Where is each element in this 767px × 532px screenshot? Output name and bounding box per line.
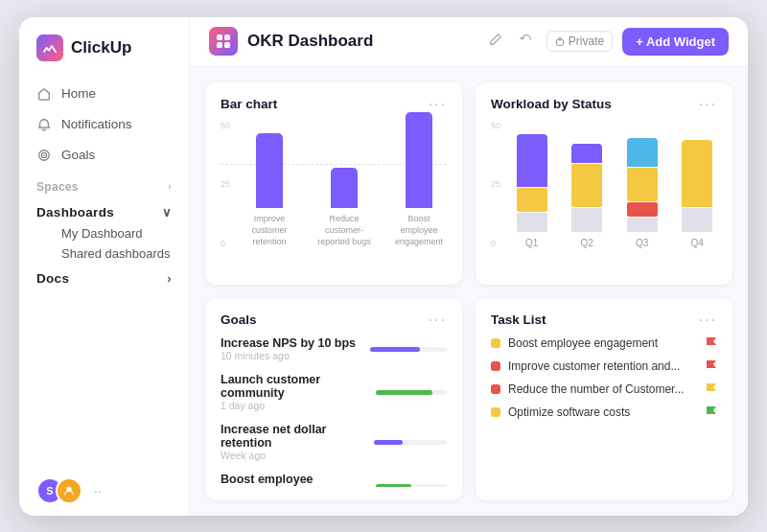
svg-point-2: [43, 154, 45, 156]
svg-rect-8: [556, 40, 563, 46]
goals-more[interactable]: ···: [429, 312, 447, 329]
notifications-label: Notifications: [61, 117, 132, 131]
goal-item-1: Launch customer community 1 day ago: [221, 373, 447, 411]
logo-text: ClickUp: [71, 38, 131, 58]
stack-bars-q3: [627, 138, 658, 232]
task-dot-1: [491, 361, 500, 371]
sidebar-item-notifications[interactable]: Notifications: [19, 109, 189, 140]
spaces-chevron: ›: [168, 181, 172, 192]
spaces-section: Spaces ›: [19, 171, 189, 197]
bar-chart-more[interactable]: ···: [429, 96, 447, 113]
svg-rect-5: [224, 35, 230, 40]
stack-bars-q1: [517, 134, 547, 232]
stack-q1: Q1: [512, 134, 552, 248]
goals-title: Goals: [221, 312, 257, 327]
bar-1: [331, 168, 358, 208]
sidebar-item-shared-dashboards[interactable]: Shared dashboards: [19, 243, 189, 264]
workload-header: Workload by Status ···: [491, 96, 717, 113]
goal-item-2: Increase net dollar retention Week ago: [221, 423, 447, 461]
sidebar-item-my-dashboard[interactable]: My Dashboard: [19, 223, 189, 243]
dashboards-chevron: ∨: [162, 205, 172, 220]
task-item-2: Reduce the number of Customer...: [491, 382, 717, 396]
bar-chart-widget: Bar chart ··· 50 25 0: [205, 82, 462, 285]
bar-chart-area: 50 25 0 Improve customerretention: [221, 121, 447, 271]
stack-q2: Q2: [568, 144, 608, 248]
bar-0: [256, 133, 283, 208]
bar-chart-header: Bar chart ···: [221, 96, 447, 113]
goals-header: Goals ···: [221, 312, 447, 329]
bar-group-0: Improve customerretention: [242, 133, 297, 247]
workload-title: Workload by Status: [491, 97, 612, 111]
edit-button[interactable]: [485, 29, 506, 54]
task-flag-2: [706, 382, 717, 396]
goals-list: Increase NPS by 10 bps 10 minutes ago La…: [221, 336, 447, 487]
task-flag-1: [706, 359, 717, 373]
dashboard-grid: Bar chart ··· 50 25 0: [190, 67, 748, 516]
workload-widget: Workload by Status ··· 50 25 0: [476, 82, 732, 285]
sidebar: ClickUp Home Notifications Goals: [19, 17, 190, 516]
sidebar-item-home[interactable]: Home: [19, 79, 189, 109]
sidebar-item-goals[interactable]: Goals: [19, 140, 189, 171]
logo-icon: [36, 35, 63, 61]
sidebar-bottom: S ··: [19, 466, 189, 516]
task-item-1: Improve customer retention and...: [491, 359, 717, 373]
home-icon: [36, 86, 52, 102]
stack-bars-q2: [571, 144, 602, 232]
task-list-title: Task List: [491, 312, 546, 327]
bar-2: [406, 112, 432, 208]
dashboards-section[interactable]: Dashboards ∨: [19, 197, 189, 223]
dashboard-icon: [209, 27, 238, 56]
home-label: Home: [61, 86, 96, 101]
goals-widget: Goals ··· Increase NPS by 10 bps 10 minu…: [205, 298, 462, 500]
main: OKR Dashboard Private + Add Widget: [190, 17, 748, 516]
sidebar-logo: ClickUp: [19, 17, 189, 75]
task-flag-0: [706, 336, 717, 350]
goal-item-0: Increase NPS by 10 bps 10 minutes ago: [221, 336, 447, 361]
bar-label-2: Boost employeeengagement: [391, 214, 447, 247]
stack-q3: Q3: [622, 138, 662, 248]
bell-icon: [36, 117, 52, 132]
svg-rect-7: [224, 42, 230, 48]
stack-q4: Q4: [678, 140, 718, 248]
refresh-button[interactable]: [516, 29, 537, 54]
bar-chart-title: Bar chart: [221, 97, 277, 111]
target-icon: [36, 148, 52, 163]
avatar-more[interactable]: ··: [94, 483, 102, 498]
goals-label: Goals: [61, 148, 95, 162]
bar-label-1: Reduce customer-reported bugs: [316, 214, 372, 247]
svg-rect-6: [217, 42, 222, 48]
task-dot-0: [491, 338, 500, 348]
task-list-more[interactable]: ···: [699, 312, 717, 329]
task-dot-3: [491, 407, 500, 417]
task-item-3: Optimize software costs: [491, 405, 717, 419]
goal-item-3: Boost employee engagement: [221, 473, 447, 487]
private-badge[interactable]: Private: [546, 31, 613, 52]
task-list: Boost employee engagement Improve custom…: [491, 336, 717, 419]
avatar-secondary[interactable]: [56, 477, 82, 504]
topbar-actions: Private + Add Widget: [485, 28, 729, 56]
bar-chart-bars: Improve customerretention Reduce custome…: [221, 147, 447, 271]
stack-bars-q4: [682, 140, 712, 232]
app-frame: ClickUp Home Notifications Goals: [19, 17, 748, 516]
task-list-widget: Task List ··· Boost employee engagement …: [476, 298, 732, 500]
workload-more[interactable]: ···: [699, 96, 717, 113]
task-list-header: Task List ···: [491, 312, 717, 329]
bar-group-2: Boost employeeengagement: [391, 112, 447, 247]
page-title: OKR Dashboard: [247, 32, 476, 51]
task-flag-3: [706, 405, 717, 419]
workload-bars: Q1 Q2: [491, 147, 717, 271]
docs-section[interactable]: Docs ›: [19, 264, 189, 289]
task-item-0: Boost employee engagement: [491, 336, 717, 350]
sidebar-nav: Home Notifications Goals Spaces › Dashbo…: [19, 75, 189, 466]
avatar-group: S: [36, 477, 82, 504]
svg-rect-4: [217, 35, 222, 40]
docs-chevron: ›: [167, 271, 172, 286]
bar-label-0: Improve customerretention: [242, 214, 297, 247]
topbar: OKR Dashboard Private + Add Widget: [190, 17, 748, 67]
task-dot-2: [491, 384, 500, 394]
add-widget-button[interactable]: + Add Widget: [622, 28, 729, 56]
bar-group-1: Reduce customer-reported bugs: [316, 168, 372, 247]
